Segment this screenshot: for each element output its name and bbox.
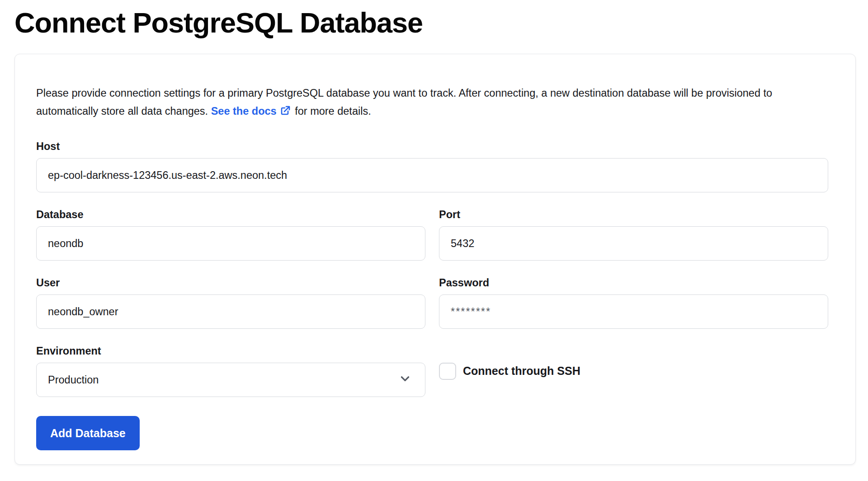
add-database-button[interactable]: Add Database — [36, 416, 140, 450]
port-input[interactable] — [439, 226, 828, 261]
password-input[interactable] — [439, 294, 828, 329]
ssh-checkbox-label[interactable]: Connect through SSH — [463, 364, 580, 378]
user-label: User — [36, 277, 425, 289]
database-field-group: Database — [36, 209, 425, 261]
database-input[interactable] — [36, 226, 425, 261]
user-input[interactable] — [36, 294, 425, 329]
port-label: Port — [439, 209, 828, 221]
user-field-group: User — [36, 277, 425, 329]
user-password-row: User Password — [36, 277, 828, 329]
see-the-docs-link[interactable]: See the docs — [211, 105, 277, 117]
ssh-option-group: Connect through SSH — [439, 363, 828, 380]
host-input[interactable] — [36, 158, 828, 192]
environment-selected-value: Production — [48, 374, 99, 386]
port-field-group: Port — [439, 209, 828, 261]
chevron-down-icon — [398, 372, 412, 388]
password-label: Password — [439, 277, 828, 289]
host-field-group: Host — [36, 140, 828, 192]
environment-ssh-row: Environment Production Connect through S… — [36, 345, 828, 397]
ssh-checkbox[interactable] — [439, 363, 456, 380]
connection-settings-card: Please provide connection settings for a… — [14, 54, 856, 465]
description-text: Please provide connection settings for a… — [36, 84, 828, 121]
environment-label: Environment — [36, 345, 425, 357]
description-before-link: Please provide connection settings for a… — [36, 87, 772, 117]
database-label: Database — [36, 209, 425, 221]
password-field-group: Password — [439, 277, 828, 329]
description-after-link: for more details. — [295, 105, 371, 117]
database-port-row: Database Port — [36, 209, 828, 261]
page-title: Connect PostgreSQL Database — [14, 6, 868, 39]
host-label: Host — [36, 140, 828, 153]
environment-select[interactable]: Production — [36, 363, 425, 397]
environment-field-group: Environment Production — [36, 345, 425, 397]
external-link-icon[interactable] — [280, 103, 291, 121]
